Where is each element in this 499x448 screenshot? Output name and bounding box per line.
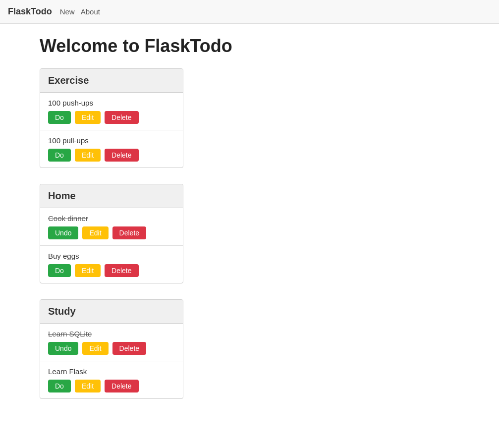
nav-about-link[interactable]: About	[81, 7, 100, 16]
navbar: FlaskTodo New About	[0, 0, 499, 24]
task-actions: UndoEditDelete	[48, 342, 175, 355]
edit-button[interactable]: Edit	[75, 380, 101, 392]
edit-button[interactable]: Edit	[82, 226, 108, 239]
task-actions: DoEditDelete	[48, 264, 175, 277]
delete-button[interactable]: Delete	[105, 380, 138, 392]
edit-button[interactable]: Edit	[75, 149, 101, 162]
task-name: 100 push-ups	[48, 99, 175, 107]
category-card-home: HomeCook dinnerUndoEditDeleteBuy eggsDoE…	[40, 184, 183, 283]
category-header-exercise: Exercise	[40, 69, 183, 93]
delete-button[interactable]: Delete	[112, 226, 146, 239]
category-header-study: Study	[40, 300, 183, 324]
categories-container: Exercise100 push-upsDoEditDelete100 pull…	[40, 68, 459, 399]
task-name: 100 pull-ups	[48, 136, 175, 145]
main-content: Welcome to FlaskTodo Exercise100 push-up…	[0, 24, 499, 427]
do-button[interactable]: Do	[48, 264, 71, 277]
do-button[interactable]: Do	[48, 149, 71, 162]
task-actions: UndoEditDelete	[48, 226, 175, 239]
nav-brand: FlaskTodo	[8, 6, 52, 17]
task-item: 100 push-upsDoEditDelete	[40, 93, 183, 130]
edit-button[interactable]: Edit	[75, 111, 101, 124]
category-header-home: Home	[40, 184, 183, 208]
edit-button[interactable]: Edit	[82, 342, 108, 355]
task-item: Learn SQLiteUndoEditDelete	[40, 324, 183, 361]
delete-button[interactable]: Delete	[105, 111, 138, 124]
do-button[interactable]: Do	[48, 111, 71, 124]
task-name: Learn SQLite	[48, 330, 175, 338]
delete-button[interactable]: Delete	[112, 342, 146, 355]
task-name: Cook dinner	[48, 214, 175, 223]
do-button[interactable]: Do	[48, 380, 71, 392]
category-card-exercise: Exercise100 push-upsDoEditDelete100 pull…	[40, 68, 183, 168]
task-item: Learn FlaskDoEditDelete	[40, 361, 183, 398]
nav-new-link[interactable]: New	[60, 7, 75, 16]
edit-button[interactable]: Edit	[75, 264, 101, 277]
undo-button[interactable]: Undo	[48, 226, 78, 239]
page-title: Welcome to FlaskTodo	[40, 36, 459, 56]
task-item: 100 pull-upsDoEditDelete	[40, 130, 183, 168]
undo-button[interactable]: Undo	[48, 342, 78, 355]
task-name: Learn Flask	[48, 367, 175, 376]
task-name: Buy eggs	[48, 252, 175, 260]
category-card-study: StudyLearn SQLiteUndoEditDeleteLearn Fla…	[40, 299, 183, 399]
task-actions: DoEditDelete	[48, 149, 175, 162]
task-item: Cook dinnerUndoEditDelete	[40, 208, 183, 246]
task-actions: DoEditDelete	[48, 111, 175, 124]
delete-button[interactable]: Delete	[105, 264, 138, 277]
delete-button[interactable]: Delete	[105, 149, 138, 162]
task-actions: DoEditDelete	[48, 380, 175, 392]
task-item: Buy eggsDoEditDelete	[40, 246, 183, 283]
